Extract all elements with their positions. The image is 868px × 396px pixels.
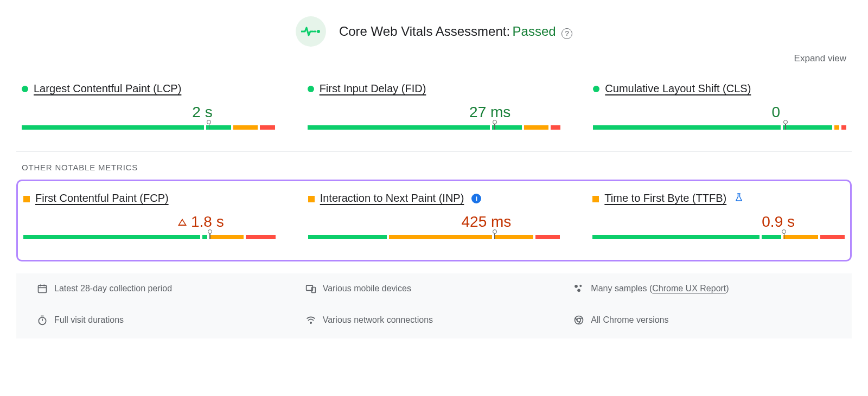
distribution-bar (23, 235, 276, 245)
bar-segment (389, 235, 492, 239)
metric-core-2: Cumulative Layout Shift (CLS)0 (593, 82, 846, 135)
info-devices: Various mobile devices (305, 283, 563, 294)
vitals-pulse-icon (296, 16, 326, 47)
other-metrics-row: First Contentful Paint (FCP)1.8 sInterac… (23, 192, 845, 245)
info-samples: Many samples (Chrome UX Report) (573, 283, 831, 294)
bar-segment (841, 125, 846, 130)
status-square-icon (592, 196, 599, 202)
assessment-title-prefix: Core Web Vitals Assessment: (339, 24, 510, 39)
expand-view-link[interactable]: Expand view (794, 53, 846, 63)
wifi-icon (305, 315, 316, 325)
other-metrics-highlight: First Contentful Paint (FCP)1.8 sInterac… (16, 180, 852, 261)
crux-report-link[interactable]: Chrome UX Report (652, 284, 726, 293)
metric-value: 0.9 s (762, 213, 795, 231)
metric-name-link[interactable]: First Input Delay (FID) (320, 82, 426, 95)
percentile-marker-icon (494, 229, 495, 240)
scatter-icon (573, 283, 584, 294)
bar-segment (202, 235, 207, 239)
info-durations-text: Full visit durations (54, 315, 124, 325)
stopwatch-icon (37, 315, 48, 325)
distribution-bar (593, 125, 846, 135)
percentile-marker-icon (208, 120, 209, 131)
bar-segment (209, 235, 244, 239)
svg-point-11 (578, 289, 580, 292)
info-icon[interactable]: i (471, 194, 481, 203)
info-panel: Latest 28-day collection period Various … (16, 273, 852, 338)
bar-segment (834, 125, 839, 130)
bar-segment (783, 235, 818, 239)
distribution-bar (308, 235, 560, 245)
bar-segment (783, 125, 832, 130)
bar-segment (494, 235, 533, 239)
bar-segment (22, 125, 204, 130)
info-versions-text: All Chrome versions (591, 315, 668, 325)
metric-name-link[interactable]: Largest Contentful Paint (LCP) (34, 82, 181, 95)
percentile-marker-icon (209, 229, 210, 240)
assessment-title-text: Core Web Vitals Assessment: Passed ? (339, 24, 572, 39)
metric-name-link[interactable]: Interaction to Next Paint (INP) (320, 192, 464, 205)
bar-segment (592, 235, 760, 239)
percentile-marker-icon (494, 120, 495, 131)
status-square-icon (23, 196, 30, 202)
status-dot-icon (308, 86, 314, 92)
metric-core-1: First Input Delay (FID)27 ms (308, 82, 561, 135)
metric-core-0: Largest Contentful Paint (LCP)2 s (22, 82, 275, 135)
svg-point-15 (310, 322, 311, 323)
other-metrics-heading: OTHER NOTABLE METRICS (22, 163, 846, 172)
percentile-marker-icon (783, 229, 784, 240)
svg-rect-3 (39, 285, 47, 292)
metric-value: 0 (771, 104, 780, 121)
bar-segment (308, 235, 387, 239)
bar-segment (762, 235, 781, 239)
metric-value: 1.8 s (191, 213, 224, 231)
bar-segment (524, 125, 548, 130)
info-collection-period: Latest 28-day collection period (37, 283, 295, 294)
calendar-icon (37, 283, 48, 294)
bar-segment (593, 125, 781, 130)
percentile-marker-icon (785, 120, 786, 131)
metric-other-2: Time to First Byte (TTFB)0.9 s (592, 192, 845, 245)
bar-segment (246, 235, 275, 239)
metric-name-link[interactable]: Cumulative Layout Shift (CLS) (605, 82, 751, 95)
status-dot-icon (22, 86, 28, 92)
bar-segment (820, 235, 845, 239)
info-devices-text: Various mobile devices (323, 284, 411, 293)
metric-other-0: First Contentful Paint (FCP)1.8 s (23, 192, 276, 245)
bar-segment (260, 125, 275, 130)
bar-segment (492, 125, 522, 130)
bar-segment (23, 235, 200, 239)
bar-segment (551, 125, 560, 130)
status-square-icon (308, 196, 315, 202)
info-connections: Various network connections (305, 315, 563, 325)
core-metrics-row: Largest Contentful Paint (LCP)2 sFirst I… (16, 74, 852, 151)
svg-point-10 (580, 285, 582, 286)
metric-value: 425 ms (462, 213, 512, 231)
bar-segment (308, 125, 490, 130)
flask-icon[interactable] (734, 193, 744, 205)
bar-segment (233, 125, 258, 130)
status-dot-icon (593, 86, 599, 92)
distribution-bar (592, 235, 845, 245)
assessment-header: Core Web Vitals Assessment: Passed ? (16, 11, 852, 47)
metric-name-link[interactable]: First Contentful Paint (FCP) (35, 192, 169, 205)
distribution-bar (22, 125, 275, 135)
devices-icon (305, 283, 316, 294)
section-divider (16, 151, 852, 152)
assessment-status: Passed (513, 24, 556, 39)
info-connections-text: Various network connections (323, 315, 433, 325)
metric-name-link[interactable]: Time to First Byte (TTFB) (604, 192, 726, 205)
bar-segment (206, 125, 231, 130)
info-versions: All Chrome versions (573, 315, 831, 325)
distribution-bar (308, 125, 561, 135)
warning-icon (178, 219, 187, 226)
info-samples-text: Many samples (Chrome UX Report) (591, 284, 729, 293)
svg-point-1 (317, 30, 320, 33)
metric-value: 2 s (192, 104, 212, 121)
help-icon[interactable]: ? (561, 28, 572, 39)
info-durations: Full visit durations (37, 315, 295, 325)
svg-point-9 (575, 285, 578, 288)
metric-other-1: Interaction to Next Paint (INP)i425 ms (308, 192, 560, 245)
metric-value: 27 ms (469, 104, 510, 121)
info-period-text: Latest 28-day collection period (54, 284, 172, 293)
chrome-icon (573, 315, 584, 325)
